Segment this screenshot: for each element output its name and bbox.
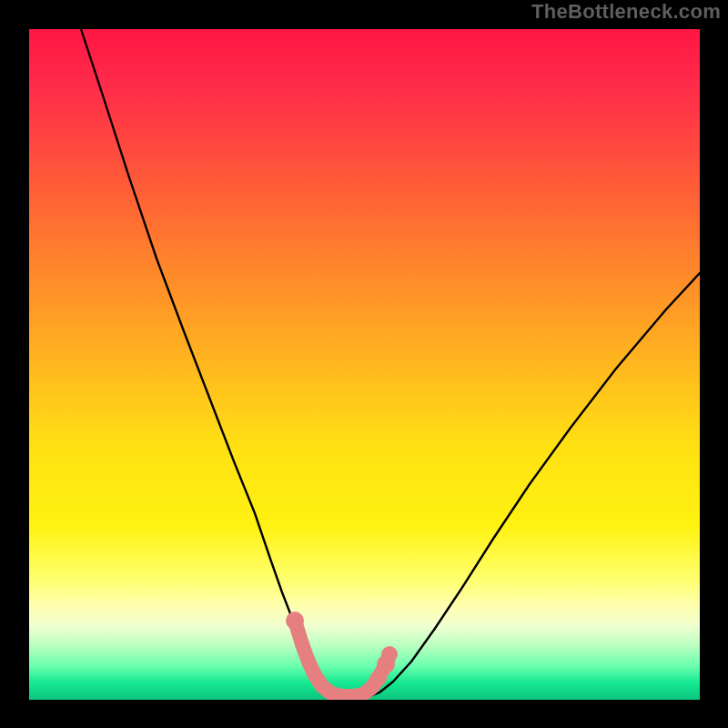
bottleneck-curve: [81, 29, 700, 698]
highlight-dot: [381, 646, 398, 662]
highlight-dot: [295, 637, 309, 652]
highlight-markers: [286, 612, 398, 700]
highlight-dot: [286, 612, 304, 630]
watermark-label: TheBottleneck.com: [531, 0, 721, 24]
frame: TheBottleneck.com: [0, 0, 728, 728]
highlight-dot: [301, 654, 316, 669]
plot-area: [29, 29, 700, 700]
chart-svg: [29, 29, 700, 700]
